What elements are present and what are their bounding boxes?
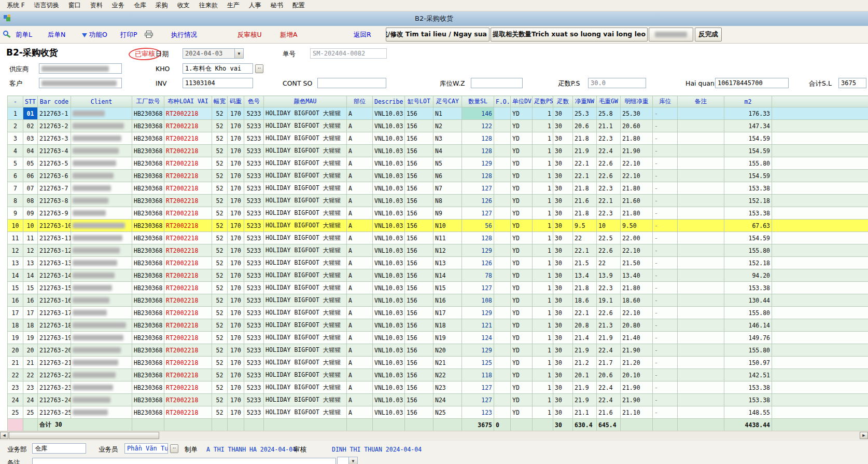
cell-lot[interactable]: 156 [405,357,433,369]
cell-ps[interactable]: 1 [533,332,553,344]
cell-stt[interactable]: 05 [23,157,38,170]
cell-width[interactable]: 52 [212,170,228,182]
cell-storage[interactable]: - [653,120,678,132]
menu-item[interactable]: 资料 [86,0,107,11]
cell-describe[interactable]: VNL10.03 [373,319,405,332]
cell-width[interactable]: 52 [212,282,228,294]
column-header-22[interactable]: 明细净重 [621,96,653,107]
cell-client[interactable] [71,207,132,220]
cell-fabric[interactable]: RT2002218 [164,257,212,269]
cell-gw[interactable]: 21.3 [597,319,621,332]
cell-part[interactable]: A [347,357,373,369]
cell-gw[interactable]: 20.6 [597,369,621,381]
cell-filler[interactable] [772,381,868,394]
cell-dnw[interactable]: 21.50 [621,257,653,269]
cell-describe[interactable]: VNL10.03 [373,332,405,344]
cell-dnw[interactable]: 22.10 [621,157,653,170]
cell-client[interactable] [71,244,132,257]
cell-color_name[interactable]: HOLIDAY BIGFOOT 大猩猩 [264,157,347,170]
cell-stt[interactable]: 21 [23,357,38,369]
cell-factory_no[interactable]: HB230368 [132,282,164,294]
cell-fabric[interactable]: RT2002218 [164,157,212,170]
note-input[interactable] [32,458,336,464]
cell-describe[interactable]: VNL10.03 [373,269,405,282]
cell-nw[interactable]: 20.6 [573,120,597,132]
scroll-left-icon[interactable]: ◀ [0,432,8,439]
cell-fabric[interactable]: RT2002218 [164,307,212,319]
cell-note[interactable] [678,220,724,232]
cell-barcode[interactable]: 212763-25 [38,406,71,419]
cell-lot[interactable]: 156 [405,244,433,257]
cell-width[interactable]: 52 [212,319,228,332]
cell-color_name[interactable]: HOLIDAY BIGFOOT 大猩猩 [264,282,347,294]
cell-cay[interactable]: N19 [433,332,462,344]
cell-part[interactable]: A [347,120,373,132]
cell-foc[interactable] [494,357,511,369]
cell-width[interactable]: 52 [212,344,228,357]
inv-input[interactable]: 11303104 [183,78,253,88]
cell-color_no[interactable]: 5233 [244,332,264,344]
cell-unit[interactable]: YD [511,357,533,369]
cell-note[interactable] [678,269,724,282]
cell-color_no[interactable]: 5233 [244,195,264,207]
cell-fabric[interactable]: RT2002218 [164,406,212,419]
toolbar-link-2[interactable]: 后单N [48,31,65,39]
cell-color_no[interactable]: 5233 [244,394,264,406]
cell-cay[interactable]: N5 [433,157,462,170]
cell-unit[interactable]: YD [511,244,533,257]
cell-foc[interactable] [494,332,511,344]
column-header-19[interactable]: 疋数 [553,96,573,107]
cell-unit[interactable]: YD [511,369,533,381]
cell-note[interactable] [678,357,724,369]
cell-filler[interactable] [772,207,868,220]
cell-lot[interactable]: 156 [405,132,433,145]
cell-color_name[interactable]: HOLIDAY BIGFOOT 大猩猩 [264,257,347,269]
total-sl-input[interactable]: 3675 [838,78,866,88]
cell-sl[interactable]: 78 [462,269,494,282]
cell-foc[interactable] [494,182,511,195]
cell-nw[interactable]: 20.1 [573,369,597,381]
cell-color_no[interactable]: 5233 [244,357,264,369]
cell-dnw[interactable]: 13.40 [621,269,653,282]
toolbar-button-4[interactable]: 反完成 [695,28,722,42]
cell-width[interactable]: 52 [212,257,228,269]
cell-stt[interactable]: 01 [23,107,38,120]
cell-color_name[interactable]: HOLIDAY BIGFOOT 大猩猩 [264,120,347,132]
cell-m2[interactable]: 146.14 [724,319,772,332]
cell-filler[interactable] [772,195,868,207]
cell-dnw[interactable]: 20.60 [621,120,653,132]
cell-yard_weight[interactable]: 170 [228,232,244,244]
cell-width[interactable]: 52 [212,132,228,145]
cell-part[interactable]: A [347,244,373,257]
cell-lot[interactable]: 156 [405,257,433,269]
cell-color_name[interactable]: HOLIDAY BIGFOOT 大猩猩 [264,319,347,332]
cell-ps[interactable]: 1 [533,132,553,145]
cell-part[interactable]: A [347,332,373,344]
cell-pcs[interactable]: 30 [553,132,573,145]
cell-sl[interactable]: 129 [462,344,494,357]
cell-color_name[interactable]: HOLIDAY BIGFOOT 大猩猩 [264,107,347,120]
cell-barcode[interactable]: 212763-1 [38,107,71,120]
cell-describe[interactable]: VNL10.03 [373,344,405,357]
cell-factory_no[interactable]: HB230368 [132,269,164,282]
toolbar-link-3[interactable]: 功能O [82,31,107,39]
cell-gw[interactable]: 22.3 [597,207,621,220]
cell-sl[interactable]: 127 [462,381,494,394]
cell-pcs[interactable]: 30 [553,406,573,419]
cell-color_no[interactable]: 5233 [244,257,264,269]
cell-ps[interactable]: 1 [533,182,553,195]
cell-color_name[interactable]: HOLIDAY BIGFOOT 大猩猩 [264,269,347,282]
cell-storage[interactable]: - [653,157,678,170]
cell-color_name[interactable]: HOLIDAY BIGFOOT 大猩猩 [264,232,347,244]
cell-nw[interactable]: 21.6 [573,195,597,207]
cell-yard_weight[interactable]: 170 [228,307,244,319]
cell-factory_no[interactable]: HB230368 [132,369,164,381]
cell-storage[interactable]: - [653,269,678,282]
cell-factory_no[interactable]: HB230368 [132,394,164,406]
cell-pcs[interactable]: 30 [553,319,573,332]
cell-yard_weight[interactable]: 170 [228,220,244,232]
cell-part[interactable]: A [347,294,373,307]
cell-storage[interactable]: - [653,344,678,357]
cell-sl[interactable]: 128 [462,145,494,157]
cell-lot[interactable]: 156 [405,182,433,195]
